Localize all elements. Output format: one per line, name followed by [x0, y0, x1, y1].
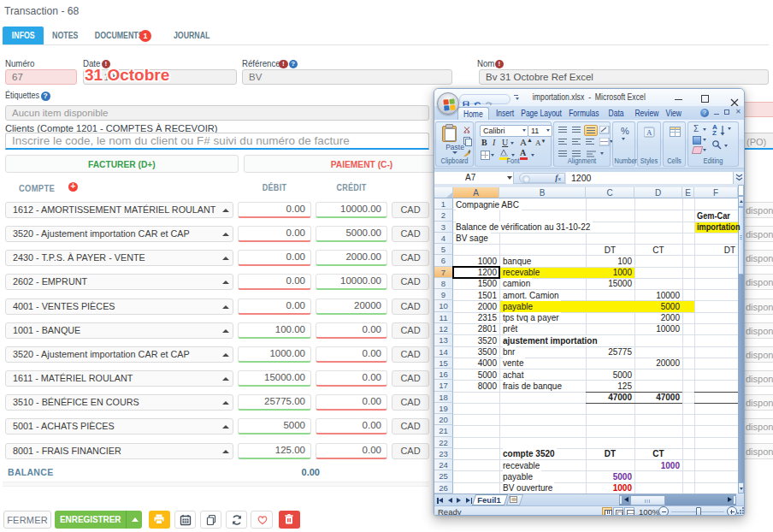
- svg-text:A: A: [646, 128, 652, 137]
